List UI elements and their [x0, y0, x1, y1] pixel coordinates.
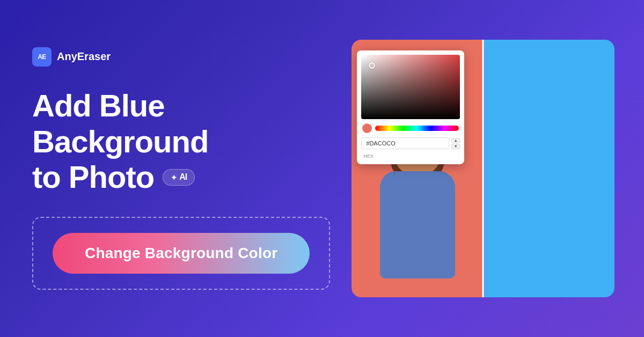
sparkle-icon: ✦ [171, 173, 177, 182]
hero-title: Add Blue Background to Photo ✦ AI [32, 88, 330, 195]
hue-preview [362, 123, 372, 133]
change-background-color-button[interactable]: Change Background Color [53, 233, 310, 274]
left-content: AE AnyEraser Add Blue Background to Phot… [32, 47, 330, 290]
page-background: AE AnyEraser Add Blue Background to Phot… [0, 0, 644, 337]
color-gradient-box[interactable] [361, 55, 460, 119]
up-down-arrows: ▲ ▼ [451, 138, 460, 149]
up-arrow-button[interactable]: ▲ [451, 138, 460, 143]
logo-icon: AE [32, 47, 52, 67]
hex-label: HEX [363, 153, 374, 159]
hue-slider[interactable] [375, 126, 459, 131]
photo-after [483, 40, 614, 297]
photo-before: #DACOCO ▲ ▼ HEX [352, 40, 483, 297]
preview-panel: #DACOCO ▲ ▼ HEX [352, 40, 614, 297]
brand-name: AnyEraser [57, 50, 111, 63]
down-arrow-button[interactable]: ▼ [451, 144, 460, 149]
title-line2: to Photo ✦ AI [32, 159, 330, 195]
hue-slider-row [361, 123, 460, 133]
color-picker-handle[interactable] [369, 62, 375, 69]
logo-area: AE AnyEraser [32, 47, 330, 67]
hex-input[interactable]: #DACOCO [361, 137, 449, 149]
hex-label-row: HEX [361, 150, 460, 160]
ai-badge: ✦ AI [163, 169, 195, 185]
hex-row: #DACOCO ▲ ▼ [361, 137, 460, 149]
coat [380, 171, 455, 279]
title-line1: Add Blue Background [32, 88, 330, 159]
ai-badge-label: AI [179, 172, 187, 182]
title-line2-text: to Photo [32, 159, 154, 195]
color-picker: #DACOCO ▲ ▼ HEX [357, 50, 464, 164]
cta-box: Change Background Color [32, 217, 330, 290]
divider-line [482, 40, 484, 297]
